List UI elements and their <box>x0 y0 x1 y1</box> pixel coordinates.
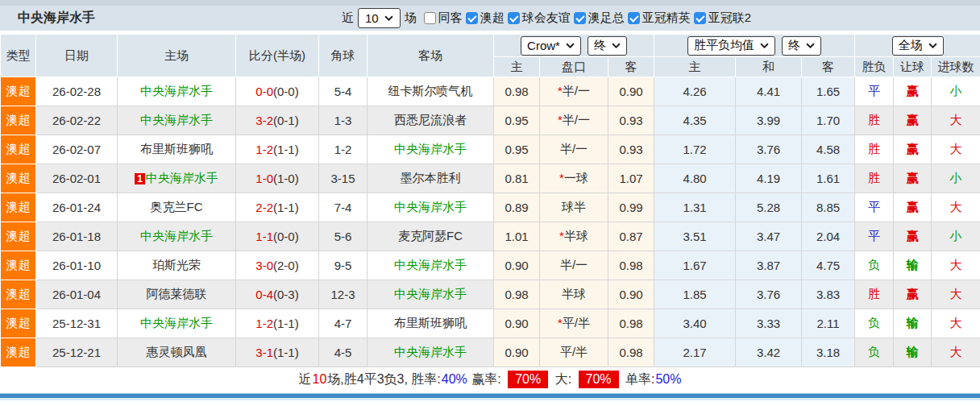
avg-away-cell: 3.18 <box>802 338 855 367</box>
filter-item: 球会友谊 <box>508 10 571 26</box>
odds-company-select[interactable]: Crow* <box>521 36 581 56</box>
handicap-result-cell: 赢 <box>894 280 932 309</box>
filter-checkbox[interactable] <box>628 12 640 24</box>
red-card-badge: 1 <box>135 173 145 184</box>
halftime-score: (0-1) <box>273 114 299 127</box>
goals-result-cell: 小 <box>932 77 980 106</box>
corners-cell: 4-5 <box>319 338 368 367</box>
filter-checkbox[interactable] <box>466 12 478 24</box>
away-team-name: 中央海岸水手 <box>394 200 467 213</box>
league-filter-group: 同客澳超球会友谊澳足总亚冠精英亚冠联2 <box>421 10 751 27</box>
handicap-result-cell: 输 <box>894 309 932 338</box>
handicap-line-cell: *半球 <box>540 222 608 251</box>
odds-away-cell: 0.87 <box>608 222 654 251</box>
handicap-line: 平/半 <box>563 316 590 329</box>
table-row: 澳超26-02-07布里斯班狮吼1-2(1-1)1-2中央海岸水手0.95半/一… <box>1 135 980 164</box>
away-team-name: 西悉尼流浪者 <box>394 113 467 126</box>
score-cell: 3-1(1-1) <box>236 338 319 367</box>
odds-home-cell: 1.01 <box>494 222 540 251</box>
date-cell: 25-12-21 <box>36 338 118 367</box>
sub-header-odds-home: 主 <box>494 57 540 77</box>
date-cell: 26-02-01 <box>36 164 118 193</box>
goals-result-cell: 大 <box>932 106 980 135</box>
fulltime-score: 0-4 <box>255 288 273 301</box>
chevron-down-icon <box>928 43 937 48</box>
avg-home-cell: 2.17 <box>654 338 736 367</box>
home-team-name: 阿德莱德联 <box>147 287 207 300</box>
goals-result-cell: 大 <box>932 193 980 222</box>
filter-item: 同客 <box>424 10 463 26</box>
avg-draw-cell: 3.76 <box>736 280 802 309</box>
result-cell: 胜 <box>855 135 894 164</box>
avg-home-cell: 4.35 <box>654 106 736 135</box>
fulltime-score: 1-1 <box>255 230 273 243</box>
col-header-away: 客场 <box>368 35 494 77</box>
col-header-home: 主场 <box>118 35 236 77</box>
odds-time-select[interactable]: 终 <box>588 36 627 56</box>
sub-header-result: 胜负 <box>855 57 894 77</box>
date-cell: 26-02-07 <box>36 135 118 164</box>
table-row: 澳超26-01-18中央海岸水手1-1(0-0)5-6麦克阿瑟FC1.01*半球… <box>1 222 980 251</box>
corners-cell: 5-4 <box>319 77 368 106</box>
filter-checkbox[interactable] <box>694 12 706 24</box>
filter-checkbox[interactable] <box>424 12 436 24</box>
away-team-name: 中央海岸水手 <box>394 258 467 271</box>
away-team-name: 中央海岸水手 <box>394 287 467 300</box>
avg-value-select[interactable]: 胜平负均值 <box>687 36 775 56</box>
goals-result-cell: 大 <box>932 251 980 280</box>
table-row: 澳超26-02-22中央海岸水手3-2(0-1)1-3西悉尼流浪者0.95*半/… <box>1 106 980 135</box>
filter-checkbox[interactable] <box>574 12 586 24</box>
filter-label: 亚冠联2 <box>708 10 751 26</box>
home-team-name: 布里斯班狮吼 <box>140 142 213 155</box>
odds-away-cell: 0.99 <box>608 193 654 222</box>
summary-rate-badge: 70% <box>508 371 548 388</box>
score-cell: 2-2(1-1) <box>236 193 319 222</box>
result-cell: 胜 <box>855 280 894 309</box>
summary-text: 40% <box>442 372 467 387</box>
handicap-line-cell: 平/半 <box>540 338 608 367</box>
result-scope-select[interactable]: 全场 <box>892 36 944 56</box>
filter-label: 同客 <box>438 10 463 26</box>
recent-count-select[interactable]: 10 <box>358 8 401 28</box>
avg-home-cell: 4.26 <box>654 77 736 106</box>
handicap-result-cell: 输 <box>894 338 932 367</box>
chevron-down-icon <box>760 43 769 48</box>
goals-result-cell: 大 <box>932 338 980 367</box>
filter-checkbox[interactable] <box>508 12 520 24</box>
col-header-corners: 角球 <box>319 35 368 77</box>
handicap-line: 球半 <box>562 200 586 213</box>
halftime-score: (2-0) <box>273 259 299 272</box>
avg-away-cell: 3.83 <box>802 280 855 309</box>
avg-draw-cell: 4.41 <box>736 77 802 106</box>
home-team-cell: 珀斯光荣 <box>118 251 236 280</box>
summary-text: 50% <box>655 372 681 387</box>
halftime-score: (1-0) <box>273 172 299 185</box>
avg-time-select[interactable]: 终 <box>782 36 821 56</box>
recent-prefix-label: 近 <box>342 10 354 26</box>
sub-header-avg-home: 主 <box>654 57 736 77</box>
result-cell: 平 <box>855 222 894 251</box>
avg-away-cell: 8.85 <box>802 193 855 222</box>
corners-cell: 1-3 <box>319 106 368 135</box>
score-cell: 1-1(0-0) <box>236 222 319 251</box>
avg-home-cell: 1.67 <box>654 251 736 280</box>
avg-draw-cell: 3.87 <box>736 251 802 280</box>
chevron-down-icon <box>806 43 815 48</box>
fulltime-score: 3-1 <box>255 346 273 359</box>
handicap-line-cell: *半/一 <box>540 106 608 135</box>
summary-text: 近 <box>299 371 312 388</box>
home-team-name: 中央海岸水手 <box>140 316 213 329</box>
chevron-down-icon <box>384 15 393 21</box>
score-cell: 3-0(2-0) <box>236 251 319 280</box>
filter-item: 亚冠联2 <box>694 10 751 26</box>
goals-result-cell: 大 <box>932 309 980 338</box>
date-cell: 26-01-04 <box>36 280 118 309</box>
away-team-cell: 麦克阿瑟FC <box>368 222 494 251</box>
handicap-line-cell: *半/一 <box>540 77 608 106</box>
handicap-line-cell: 半球 <box>540 280 608 309</box>
result-cell: 胜 <box>855 106 894 135</box>
odds-away-cell: 0.93 <box>608 106 654 135</box>
fulltime-score: 1-2 <box>255 317 273 330</box>
date-cell: 26-01-18 <box>36 222 118 251</box>
goals-result-cell: 大 <box>932 280 980 309</box>
